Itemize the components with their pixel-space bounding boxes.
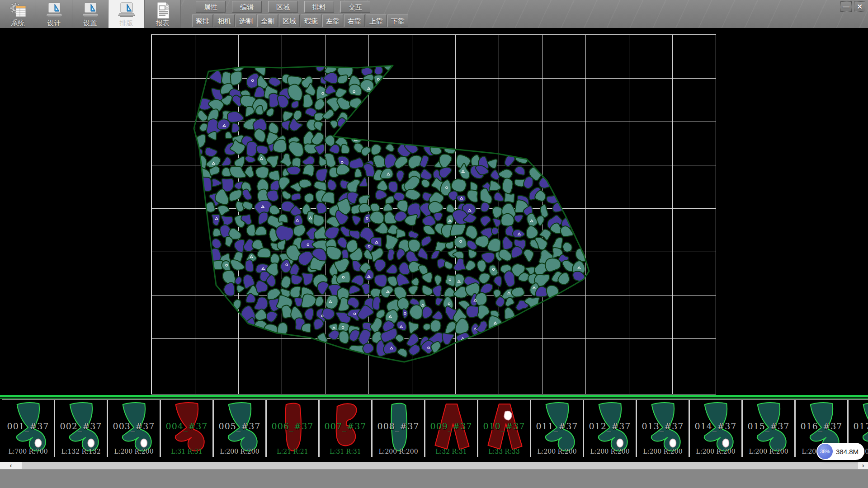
piece-id: 007_#37	[320, 421, 371, 431]
piece-thumbnail-1[interactable]: 001_#37 L:700 R:700	[2, 399, 55, 457]
piece-lr-count: L:31 R:31	[320, 448, 371, 455]
status-bar	[0, 469, 868, 488]
piece-thumbnail-5[interactable]: 005_#37 L:200 R:200	[213, 399, 266, 457]
piece-lr-count: L:200 R:200	[637, 448, 689, 455]
piece-id: 006_#37	[267, 421, 318, 431]
piece-thumbnail-14[interactable]: 014_#37 L:200 R:200	[689, 399, 742, 457]
piece-lr-count: L:32 R:31	[425, 448, 477, 455]
piece-id: 016_#37	[796, 421, 847, 431]
menu-item-4[interactable]: 排料	[304, 1, 334, 13]
action-button-8[interactable]: 右靠	[344, 14, 365, 27]
menu-item-3[interactable]: 区域	[268, 1, 298, 13]
menu-item-1[interactable]: 属性	[196, 1, 226, 13]
progress-percent-badge: 38%	[817, 444, 833, 459]
design-ruler-icon	[45, 1, 63, 19]
action-button-10[interactable]: 下靠	[387, 14, 408, 27]
piece-id: 002_#37	[55, 421, 107, 431]
settings-ruler-icon	[81, 1, 99, 19]
tab-label: 排版	[120, 19, 133, 28]
piece-id: 005_#37	[214, 421, 265, 431]
piece-id: 004_#37	[161, 421, 212, 431]
piece-thumbnail-8[interactable]: 008_#37 L:200 R:200	[372, 399, 425, 457]
tab-5[interactable]: 报表	[145, 0, 181, 28]
piece-id: 013_#37	[637, 421, 689, 431]
piece-id: 011_#37	[531, 421, 583, 431]
piece-lr-count: L:200 R:200	[743, 448, 794, 455]
actionbar: 聚排相机选割全割区域瑕疵左靠右靠上靠下靠	[192, 14, 408, 27]
tab-2[interactable]: 设计	[36, 0, 72, 28]
piece-id: 009_#37	[425, 421, 477, 431]
piece-thumbnail-10[interactable]: 010_#37 L:33 R:33	[478, 399, 531, 457]
close-button[interactable]: ✕	[854, 1, 865, 12]
piece-thumbnail-7[interactable]: 007_#37 L:31 R:31	[319, 399, 372, 457]
report-document-icon	[154, 1, 172, 19]
menubar: 属性编辑区域排料交互	[196, 1, 370, 13]
piece-id: 001_#37	[2, 421, 54, 431]
scroll-right-button[interactable]: ›	[858, 462, 868, 469]
minimize-button[interactable]: —	[840, 1, 852, 12]
piece-thumbnail-2[interactable]: 002_#37 L:132 R:132	[55, 399, 108, 457]
piece-thumbnail-4[interactable]: 004_#37 L:31 R:31	[160, 399, 213, 457]
scroll-left-button[interactable]: ‹	[0, 462, 22, 469]
toolbar: 系统 设计 设置 排版 报表 属性编辑区域排料交互 聚排相机选割全割区域瑕疵左靠…	[0, 0, 868, 28]
piece-thumbnail-12[interactable]: 012_#37 L:200 R:200	[584, 399, 637, 457]
window-controls: — ✕	[840, 1, 865, 12]
tab-label: 系统	[11, 19, 25, 28]
piece-id: 015_#37	[743, 421, 794, 431]
piece-id: 003_#37	[108, 421, 160, 431]
piece-id: 014_#37	[690, 421, 741, 431]
action-button-3[interactable]: 选割	[236, 14, 256, 27]
action-button-6[interactable]: 瑕疵	[301, 14, 321, 27]
nesting-ruler-icon	[118, 1, 136, 19]
tab-label: 设置	[84, 19, 97, 28]
piece-thumbnail-6[interactable]: 006_#37 L:21 R:21	[266, 399, 319, 457]
piece-lr-count: L:700 R:700	[2, 448, 54, 455]
action-button-4[interactable]: 全割	[257, 14, 278, 27]
piece-lr-count: L:200 R:200	[373, 448, 424, 455]
main-tabs: 系统 设计 设置 排版 报表	[0, 0, 181, 28]
piece-lr-count: L:31 R:31	[161, 448, 212, 455]
action-button-7[interactable]: 左靠	[322, 14, 343, 27]
canvas-area	[0, 28, 868, 395]
piece-lr-count: L:33 R:33	[478, 448, 530, 455]
tab-1[interactable]: 系统	[0, 0, 36, 28]
action-button-2[interactable]: 相机	[214, 14, 235, 27]
progress-badge[interactable]: 38% 384.8M	[816, 443, 864, 460]
piece-id: 008_#37	[373, 421, 424, 431]
tab-label: 报表	[156, 19, 170, 28]
piece-lr-count: L:200 R:200	[214, 448, 265, 455]
piece-thumbnail-9[interactable]: 009_#37 L:32 R:31	[425, 399, 478, 457]
menu-item-5[interactable]: 交互	[340, 1, 370, 13]
piece-lr-count: L:200 R:200	[584, 448, 636, 455]
tab-label: 设计	[47, 19, 61, 28]
piece-thumbnail-13[interactable]: 013_#37 L:200 R:200	[637, 399, 689, 457]
piece-lr-count: L:132 R:132	[55, 448, 107, 455]
tab-4[interactable]: 排版	[108, 0, 145, 28]
piece-thumbnail-15[interactable]: 015_#37 L:200 R:200	[742, 399, 795, 457]
tab-3[interactable]: 设置	[72, 0, 108, 28]
piece-lr-count: L:200 R:200	[108, 448, 160, 455]
piece-lr-count: L:21 R:21	[267, 448, 318, 455]
piece-lr-count: L:200 R:200	[531, 448, 583, 455]
piece-id: 010_#37	[478, 421, 530, 431]
piece-lr-count: L:200 R:200	[690, 448, 741, 455]
system-gear-icon	[9, 1, 27, 19]
piece-thumbnail-3[interactable]: 003_#37 L:200 R:200	[108, 399, 160, 457]
piece-id: 012_#37	[584, 421, 636, 431]
action-button-5[interactable]: 区域	[279, 14, 300, 27]
memory-size-label: 384.8M	[836, 448, 859, 455]
application-window: 系统 设计 设置 排版 报表 属性编辑区域排料交互 聚排相机选割全割区域瑕疵左靠…	[0, 0, 868, 488]
action-button-1[interactable]: 聚排	[192, 14, 213, 27]
piece-id: 017_#37	[849, 421, 868, 431]
horizontal-scrollbar[interactable]: ‹ ›	[0, 462, 868, 469]
pieces-strip: 001_#37 L:700 R:700 002_#37 L:132 R:132 …	[0, 395, 868, 462]
menu-item-2[interactable]: 编辑	[232, 1, 262, 13]
piece-thumbnail-11[interactable]: 011_#37 L:200 R:200	[531, 399, 584, 457]
action-button-9[interactable]: 上靠	[366, 14, 387, 27]
